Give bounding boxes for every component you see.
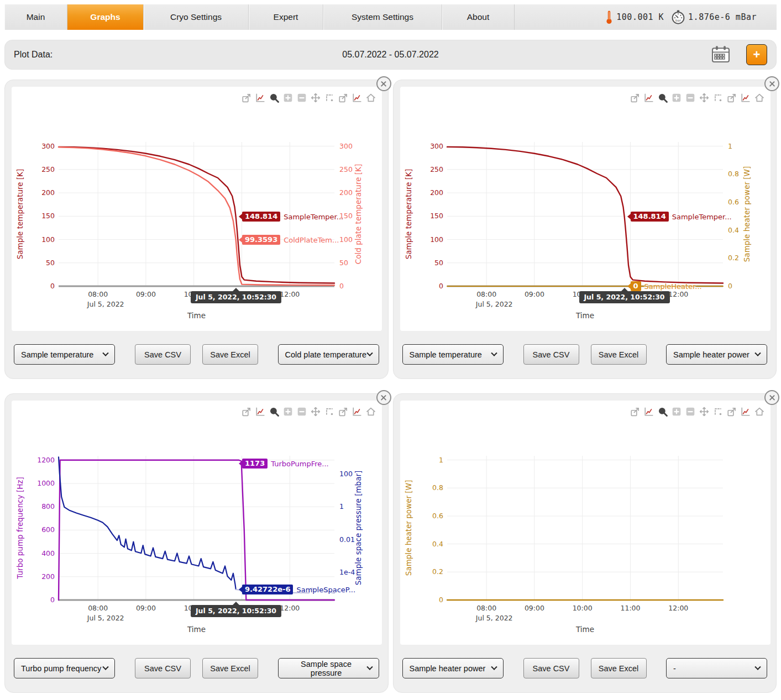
fullscreen-button[interactable] — [338, 406, 349, 417]
home-button[interactable] — [365, 406, 376, 417]
right-series-select[interactable]: Cold plate temperature — [278, 344, 379, 365]
chart-canvas[interactable]: 050100150200250300Sample temperature [K]… — [12, 87, 382, 331]
save-csv-button[interactable]: Save CSV — [135, 344, 191, 365]
right-series-select[interactable]: Sample heater power — [666, 344, 767, 365]
tab-cryo-settings[interactable]: Cryo Settings — [144, 4, 249, 30]
tab-expert[interactable]: Expert — [249, 4, 323, 30]
zoom-button[interactable] — [657, 92, 668, 103]
pan-button[interactable] — [310, 92, 321, 103]
right-series-select[interactable]: Sample space pressure — [278, 658, 379, 678]
zoom-out-button[interactable] — [296, 92, 307, 103]
zoom-in-button[interactable] — [671, 92, 682, 103]
tab-main[interactable]: Main — [4, 4, 67, 30]
box-select-button[interactable] — [324, 406, 335, 417]
zoom-out-button[interactable] — [685, 406, 696, 417]
svg-text:11:00: 11:00 — [620, 290, 640, 298]
fullscreen-button[interactable] — [726, 92, 737, 103]
svg-text:Sample heater power [W]: Sample heater power [W] — [404, 480, 413, 576]
box-select-button[interactable] — [712, 406, 724, 417]
zoom-out-button[interactable] — [296, 406, 307, 417]
reset-chart-button[interactable] — [352, 406, 363, 417]
close-icon[interactable] — [764, 390, 779, 405]
left-axis: 00.20.40.60.81Sample heater power [W] — [404, 456, 443, 604]
download-plot-button[interactable] — [241, 92, 252, 103]
pan-icon — [699, 93, 709, 103]
left-series-select[interactable]: Turbo pump frequency — [14, 658, 115, 678]
home-button[interactable] — [754, 92, 765, 103]
close-icon[interactable] — [764, 76, 779, 91]
save-csv-button[interactable]: Save CSV — [523, 658, 579, 678]
save-csv-button[interactable]: Save CSV — [135, 658, 191, 678]
pan-button[interactable] — [699, 406, 710, 417]
svg-text:08:00: 08:00 — [476, 290, 496, 298]
edit-chart-button[interactable] — [643, 406, 654, 417]
fullscreen-button[interactable] — [726, 406, 737, 417]
calendar-icon — [711, 45, 731, 64]
chart-canvas[interactable]: 00.20.40.60.81Sample heater power [W]08:… — [400, 401, 770, 645]
svg-text:09:00: 09:00 — [524, 604, 544, 612]
reset-chart-button[interactable] — [740, 92, 751, 103]
zoom-in-button[interactable] — [282, 92, 293, 103]
box-select-button[interactable] — [712, 92, 724, 103]
gridlines — [447, 456, 723, 600]
save-excel-button[interactable]: Save Excel — [202, 658, 258, 678]
left-series-select[interactable]: Sample temperature — [14, 344, 115, 365]
left-series-select[interactable]: Sample heater power — [402, 658, 504, 678]
home-button[interactable] — [365, 92, 376, 103]
svg-text:Jul 5, 2022: Jul 5, 2022 — [87, 614, 124, 622]
tab-graphs[interactable]: Graphs — [67, 4, 144, 30]
tab-system-settings[interactable]: System Settings — [323, 4, 442, 30]
add-plot-button[interactable]: + — [746, 44, 767, 65]
gauge-icon: bar — [671, 10, 685, 24]
download-plot-button[interactable] — [630, 92, 641, 103]
save-csv-button[interactable]: Save CSV — [523, 344, 579, 365]
zoom-button[interactable] — [269, 406, 280, 417]
pan-button[interactable] — [310, 406, 321, 417]
left-series-select[interactable]: Sample temperature — [402, 344, 504, 365]
download-plot-button[interactable] — [630, 406, 641, 417]
zoom-out-button[interactable] — [685, 92, 696, 103]
calendar-button[interactable] — [711, 45, 731, 65]
home-button[interactable] — [754, 406, 765, 417]
edit-chart-button[interactable] — [255, 92, 266, 103]
zoom-button[interactable] — [269, 92, 280, 103]
edit-chart-button[interactable] — [255, 406, 266, 417]
svg-text:12:00: 12:00 — [668, 604, 688, 612]
save-excel-button[interactable]: Save Excel — [591, 658, 647, 678]
chart-canvas[interactable]: 020040060080010001200Turbo pump frequenc… — [12, 401, 382, 645]
svg-text:0.6: 0.6 — [432, 512, 443, 520]
tab-about[interactable]: About — [442, 4, 515, 30]
chevron-down-icon — [491, 350, 497, 356]
svg-text:400: 400 — [41, 549, 55, 557]
fullscreen-icon — [338, 407, 348, 417]
pan-button[interactable] — [699, 92, 710, 103]
close-icon[interactable] — [376, 76, 391, 91]
zoom-in-icon — [672, 93, 682, 103]
chart-canvas[interactable]: 050100150200250300Sample temperature [K]… — [400, 87, 770, 331]
reset-chart-button[interactable] — [740, 406, 751, 417]
edit-chart-button[interactable] — [643, 92, 654, 103]
zoom-button[interactable] — [657, 406, 668, 417]
box-select-button[interactable] — [324, 92, 335, 103]
download-plot-button[interactable] — [241, 406, 252, 417]
gridlines — [447, 142, 723, 286]
save-excel-button[interactable]: Save Excel — [202, 344, 258, 365]
svg-text:11:00: 11:00 — [232, 290, 251, 298]
edit-chart-icon — [644, 407, 654, 417]
fullscreen-icon — [727, 93, 737, 103]
svg-text:800: 800 — [41, 502, 55, 510]
reset-chart-icon — [352, 93, 362, 103]
reset-chart-button[interactable] — [352, 92, 363, 103]
zoom-in-button[interactable] — [671, 406, 682, 417]
x-axis: 08:0009:0010:0011:0012:00Jul 5, 2022Time — [87, 290, 300, 320]
right-series-select[interactable]: - — [666, 658, 767, 678]
zoom-in-button[interactable] — [282, 406, 293, 417]
svg-text:1000: 1000 — [37, 479, 55, 487]
edit-chart-icon — [255, 93, 265, 103]
save-excel-button[interactable]: Save Excel — [591, 344, 647, 365]
fullscreen-button[interactable] — [338, 92, 349, 103]
svg-text:1e-4: 1e-4 — [339, 568, 355, 576]
right-series-select-label: Cold plate temperature — [285, 350, 367, 359]
svg-text:09:00: 09:00 — [136, 290, 156, 298]
close-icon[interactable] — [376, 390, 391, 405]
